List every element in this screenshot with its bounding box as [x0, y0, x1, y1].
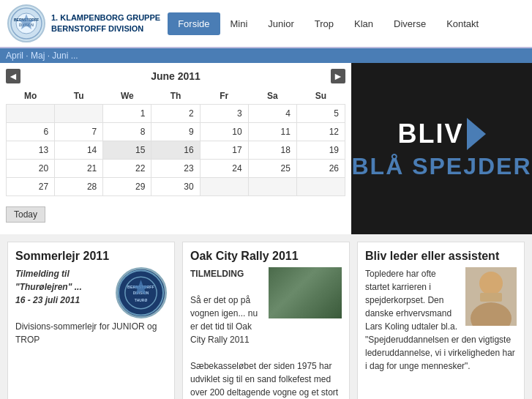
cal-cell[interactable]: 8 — [103, 123, 151, 141]
logo-area: BERNSTORFF DIVISION 1. KLAMPENBORG GRUPP… — [7, 4, 160, 42]
nav-klan[interactable]: Klan — [344, 12, 383, 35]
nav-diverse[interactable]: Diverse — [383, 12, 436, 35]
calendar-grid: Mo Tu We Th Fr Sa Su 1234567891011121314… — [6, 88, 345, 196]
sommerlejr-card: Sommerlejr 2011 BERNSTORFF DIVISION THUR… — [7, 242, 175, 399]
event-banner: April · Maj · Juni ... — [0, 48, 532, 63]
cal-cell[interactable]: 26 — [296, 160, 345, 178]
person-photo — [465, 267, 517, 326]
cal-prev-button[interactable]: ◄ — [6, 69, 20, 83]
col-fr: Fr — [200, 88, 248, 105]
svg-point-12 — [479, 272, 503, 295]
cal-cell[interactable]: 3 — [200, 105, 248, 123]
cal-cell[interactable]: 9 — [151, 123, 200, 141]
cal-cell[interactable]: 30 — [151, 178, 200, 196]
nav-trop[interactable]: Trop — [304, 12, 344, 35]
cal-cell[interactable]: 22 — [103, 160, 151, 178]
division-logo: BERNSTORFF DIVISION THURØ — [116, 267, 167, 318]
bliv-spejder-banner: BLIV BLÅ SPEJDER — [351, 63, 532, 234]
logo-icon: BERNSTORFF DIVISION — [7, 4, 45, 42]
cal-cell[interactable]: 11 — [248, 123, 296, 141]
svg-text:THURØ: THURØ — [135, 298, 148, 302]
cal-cell[interactable]: 20 — [7, 160, 55, 178]
cal-cell[interactable]: 29 — [103, 178, 151, 196]
cal-cell[interactable]: 24 — [200, 160, 248, 178]
nav-forside[interactable]: Forside — [168, 12, 220, 35]
main-nav: Forside Mini Junior Trop Klan Diverse Ko… — [168, 12, 489, 35]
cal-cell[interactable]: 21 — [55, 160, 103, 178]
today-button[interactable]: Today — [6, 206, 45, 223]
cal-cell[interactable]: 18 — [248, 141, 296, 160]
cal-cell[interactable]: 4 — [248, 105, 296, 123]
cards-section: Sommerlejr 2011 BERNSTORFF DIVISION THUR… — [0, 234, 532, 399]
cal-cell[interactable]: 14 — [55, 141, 103, 160]
cal-cell[interactable]: 17 — [200, 141, 248, 160]
cal-cell[interactable]: 15 — [103, 141, 151, 160]
logo-text: 1. KLAMPENBORG GRUPPE BERNSTORFF DIVISIO… — [51, 12, 160, 35]
nav-kontakt[interactable]: Kontakt — [436, 12, 489, 35]
bliv-arrow-icon — [467, 118, 486, 150]
cal-cell[interactable]: 6 — [7, 123, 55, 141]
cal-cell[interactable]: 16 — [151, 141, 200, 160]
rally-title: Oak City Rally 2011 — [190, 250, 342, 263]
cal-cell[interactable]: 10 — [200, 123, 248, 141]
cal-cell[interactable]: 28 — [55, 178, 103, 196]
svg-rect-14 — [480, 293, 502, 302]
cal-cell[interactable] — [248, 178, 296, 196]
sommerlejr-title: Sommerlejr 2011 — [15, 250, 167, 263]
cal-cell[interactable] — [200, 178, 248, 196]
col-mo: Mo — [7, 88, 55, 105]
cal-cell[interactable]: 1 — [103, 105, 151, 123]
cal-cell[interactable]: 25 — [248, 160, 296, 178]
rally-card: Oak City Rally 2011 TILMELDING Så er det… — [182, 242, 350, 399]
cal-cell[interactable] — [55, 105, 103, 123]
cal-cell[interactable] — [7, 105, 55, 123]
calendar-title: June 2011 — [28, 70, 323, 82]
cal-cell[interactable]: 13 — [7, 141, 55, 160]
cal-cell[interactable] — [296, 178, 345, 196]
bliv-text: BLIV — [397, 119, 463, 149]
cal-cell[interactable]: 23 — [151, 160, 200, 178]
col-th: Th — [151, 88, 200, 105]
col-su: Su — [296, 88, 345, 105]
calendar-section: ◄ June 2011 ► Mo Tu We Th Fr Sa Su 12345… — [0, 63, 351, 234]
leder-card: Bliv leder eller assistent Topledere har… — [357, 242, 525, 399]
cal-cell[interactable]: 27 — [7, 178, 55, 196]
col-we: We — [103, 88, 151, 105]
bla-spejder-text: BLÅ SPEJDER — [351, 153, 531, 180]
cal-cell[interactable]: 5 — [296, 105, 345, 123]
cal-cell[interactable]: 19 — [296, 141, 345, 160]
cal-cell[interactable]: 12 — [296, 123, 345, 141]
svg-text:DIVISION: DIVISION — [133, 291, 149, 294]
nav-junior[interactable]: Junior — [258, 12, 304, 35]
cal-cell[interactable]: 2 — [151, 105, 200, 123]
col-tu: Tu — [55, 88, 103, 105]
cal-cell[interactable]: 7 — [55, 123, 103, 141]
cal-next-button[interactable]: ► — [331, 69, 345, 83]
col-sa: Sa — [248, 88, 296, 105]
leder-title: Bliv leder eller assistent — [365, 250, 517, 263]
rally-photo — [269, 267, 342, 318]
nav-mini[interactable]: Mini — [220, 12, 258, 35]
